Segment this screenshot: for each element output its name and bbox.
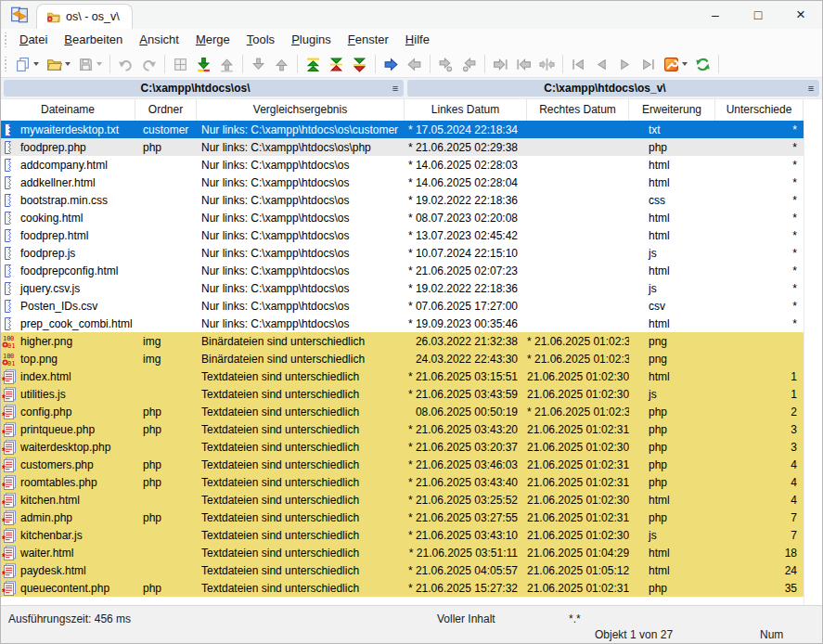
table-row[interactable]: 10001top.pngimgBinärdateien sind untersc…: [1, 350, 804, 367]
table-row[interactable]: *customers.phpphpTextdateien sind unters…: [1, 456, 804, 473]
dropdown-caret-icon[interactable]: [96, 62, 102, 66]
table-row[interactable]: foodprep.phpphpNur links: C:\xampp\htdoc…: [1, 138, 804, 156]
next-file-button[interactable]: [614, 54, 636, 75]
menu-ansicht[interactable]: Ansicht: [131, 30, 187, 50]
dropdown-caret-icon[interactable]: [682, 62, 688, 66]
table-row[interactable]: foodprepconfig.htmlNur links: C:\xampp\h…: [1, 262, 804, 279]
minimize-button[interactable]: –: [694, 1, 737, 29]
column-header-unterschiede[interactable]: Unterschiede^: [715, 99, 804, 121]
previous-file-button[interactable]: [591, 54, 612, 75]
table-row[interactable]: *index.htmlTextdateien sind unterschiedl…: [1, 367, 804, 385]
menu-tools[interactable]: Tools: [238, 30, 283, 50]
file-name-cell: *config.php: [1, 405, 135, 419]
copy-all-right-button[interactable]: [490, 54, 511, 75]
current-difference-icon: [328, 57, 344, 72]
folder-cell: img: [135, 353, 197, 366]
table-row[interactable]: *kitchen.htmlTextdateien sind unterschie…: [1, 491, 804, 509]
table-row[interactable]: *paydesk.htmlTextdateien sind unterschie…: [1, 561, 804, 579]
last-difference-button[interactable]: [349, 54, 370, 75]
right-date-cell: * 21.06.2025 01:02:31: [527, 406, 629, 419]
menu-datei[interactable]: Datei: [11, 30, 56, 50]
table-row[interactable]: *utilities.jsTextdateien sind unterschie…: [1, 385, 804, 403]
left-only-file-icon: [2, 246, 17, 261]
copy-left-advance-button[interactable]: [458, 54, 480, 75]
last-file-button[interactable]: [637, 54, 659, 75]
refresh-button[interactable]: [692, 54, 714, 75]
extension-cell: php: [629, 582, 715, 595]
open-button[interactable]: [44, 54, 73, 75]
folder-cell: php: [135, 423, 197, 436]
table-row[interactable]: jquery.csv.jsNur links: C:\xampp\htdocs\…: [1, 279, 804, 297]
table-row[interactable]: *printqueue.phpphpTextdateien sind unter…: [1, 420, 804, 438]
dropdown-caret-icon[interactable]: [65, 62, 71, 66]
document-tab[interactable]: os\ - os_v\: [36, 4, 133, 29]
left-pane-header[interactable]: C:\xampp\htdocs\os\ ≡: [4, 80, 404, 97]
right-pane-header[interactable]: C:\xampp\htdocs\os_v\ ≡: [407, 80, 819, 97]
maximize-button[interactable]: □: [737, 1, 779, 29]
right-pane-menu-icon[interactable]: ≡: [803, 83, 819, 94]
first-file-button[interactable]: [568, 54, 589, 75]
close-button[interactable]: ×: [779, 1, 822, 29]
menu-hilfe[interactable]: Hilfe: [397, 30, 438, 50]
extension-cell: js: [629, 388, 715, 401]
toolbar-grip[interactable]: [4, 32, 7, 47]
menu-merge[interactable]: Merge: [187, 30, 238, 50]
copy-all-left-button[interactable]: [513, 54, 534, 75]
change-pane-button[interactable]: [170, 54, 191, 75]
previous-conflict-button[interactable]: [271, 54, 292, 75]
copy-right-button[interactable]: [380, 54, 402, 75]
column-header-vergleichsergebnis[interactable]: Vergleichsergebnis: [197, 99, 405, 121]
table-row[interactable]: foodprep.jsNur links: C:\xampp\htdocs\os…: [1, 244, 804, 262]
column-header-rechtes-datum[interactable]: Rechtes Datum: [527, 99, 629, 121]
toolbar-grip[interactable]: [4, 57, 7, 71]
table-row[interactable]: 10001higher.pngimgBinärdateien sind unte…: [1, 332, 804, 350]
copy-left-button[interactable]: [404, 54, 425, 75]
left-pane-menu-icon[interactable]: ≡: [387, 83, 404, 94]
table-row[interactable]: addcompany.htmlNur links: C:\xampp\htdoc…: [1, 156, 804, 174]
folder-cell: img: [135, 335, 197, 348]
copy-right-advance-icon: [438, 57, 454, 72]
left-date-cell: * 21.06.2025 03:43:10: [405, 529, 527, 542]
table-row[interactable]: Posten_IDs.csvNur links: C:\xampp\htdocs…: [1, 297, 804, 315]
table-row[interactable]: *admin.phpphpTextdateien sind unterschie…: [1, 509, 804, 526]
undo-button[interactable]: [115, 54, 136, 75]
menu-bearbeiten[interactable]: Bearbeiten: [56, 30, 131, 50]
svg-text:*: *: [2, 410, 6, 419]
open-icon: [46, 57, 62, 72]
column-header-ordner[interactable]: Ordner: [135, 99, 197, 121]
previous-difference-button[interactable]: [216, 54, 238, 75]
table-row[interactable]: *waiter.htmlTextdateien sind unterschied…: [1, 544, 804, 561]
table-row[interactable]: *kitchenbar.jsTextdateien sind unterschi…: [1, 526, 804, 544]
comparison-result-cell: Textdateien sind unterschiedlich: [197, 476, 405, 489]
table-row[interactable]: *config.phpphpTextdateien sind unterschi…: [1, 403, 804, 420]
comparison-result-cell: Binärdateien sind unterschiedlich: [197, 353, 405, 366]
table-row[interactable]: *waiterdesktop.phpTextdateien sind unter…: [1, 438, 804, 456]
options-button[interactable]: [661, 54, 690, 75]
next-conflict-button[interactable]: [248, 54, 269, 75]
new-document-button[interactable]: [12, 54, 42, 75]
table-row[interactable]: mywaiterdesktop.txtcustomerNur links: C:…: [1, 121, 804, 138]
menu-fenster[interactable]: Fenster: [340, 30, 397, 50]
auto-merge-button[interactable]: [536, 54, 558, 75]
dropdown-caret-icon[interactable]: [33, 62, 39, 66]
column-header-dateiname[interactable]: Dateiname: [1, 99, 135, 121]
winmerge-logo-icon: [10, 6, 29, 24]
table-row[interactable]: bootstrap.min.cssNur links: C:\xampp\htd…: [1, 191, 804, 209]
column-header-linkes-datum[interactable]: Linkes Datum: [405, 99, 527, 121]
column-header-erweiterung[interactable]: Erweiterung: [629, 99, 715, 121]
redo-button[interactable]: [138, 54, 160, 75]
table-row[interactable]: *roomtables.phpphpTextdateien sind unter…: [1, 473, 804, 491]
first-difference-button[interactable]: [302, 54, 324, 75]
table-row[interactable]: prep_cook_combi.htmlNur links: C:\xampp\…: [1, 315, 804, 332]
copy-all-right-icon: [493, 57, 508, 72]
table-row[interactable]: *queuecontent.phpphpTextdateien sind unt…: [1, 579, 804, 597]
menu-plugins[interactable]: Plugins: [283, 30, 340, 50]
save-button[interactable]: [75, 54, 105, 75]
table-row[interactable]: addkellner.htmlNur links: C:\xampp\htdoc…: [1, 174, 804, 191]
table-row[interactable]: cooking.htmlNur links: C:\xampp\htdocs\o…: [1, 209, 804, 226]
current-difference-button[interactable]: [326, 54, 347, 75]
copy-left-icon: [406, 57, 422, 72]
next-difference-button[interactable]: [193, 54, 214, 75]
copy-right-advance-button[interactable]: [435, 54, 457, 75]
table-row[interactable]: foodprep.htmlNur links: C:\xampp\htdocs\…: [1, 226, 804, 244]
